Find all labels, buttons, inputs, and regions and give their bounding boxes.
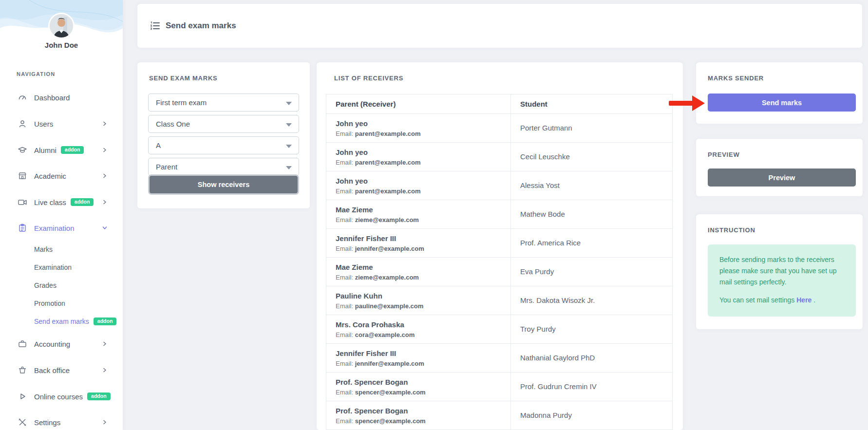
preview-button[interactable]: Preview <box>708 168 856 187</box>
exam-select[interactable]: First term exam <box>148 93 299 112</box>
student-name: Alessia Yost <box>520 181 560 189</box>
table-row: Prof. Spencer Bogan Email: spencer@examp… <box>326 373 673 401</box>
table-row: Mae Zieme Email: zieme@example.com Mathe… <box>326 200 673 229</box>
users-icon <box>18 119 27 129</box>
parent-email: Email: spencer@example.com <box>336 417 510 425</box>
sidebar-subitem-marks[interactable]: Marks <box>34 243 53 255</box>
parent-name: Mae Zieme <box>336 263 510 271</box>
student-name: Cecil Leuschke <box>520 152 570 161</box>
video-camera-icon <box>18 197 27 207</box>
parent-email: Email: cora@example.com <box>336 331 510 338</box>
section-select[interactable]: A <box>148 136 299 154</box>
tools-icon <box>18 417 27 427</box>
sidebar-item-label: Online courses <box>34 393 83 401</box>
table-header-row: Parent (Receiver) Student <box>326 94 673 114</box>
sidebar-item-alumni[interactable]: Alumni addon <box>0 143 123 157</box>
sidebar-item-label: Accounting <box>34 340 70 348</box>
section-select-value: A <box>156 141 161 150</box>
ordered-list-icon <box>149 20 161 32</box>
parent-email: Email: zieme@example.com <box>336 216 510 224</box>
sidebar-subitem-label: Promotion <box>34 299 65 307</box>
panel-title: MARKS SENDER <box>708 75 764 82</box>
show-receivers-button[interactable]: Show receivers <box>148 174 299 195</box>
user-name: John Doe <box>0 41 123 49</box>
page: John Doe NAVIGATION Dashboard Users <box>0 0 868 430</box>
school-building-icon <box>18 171 27 181</box>
send-exam-marks-panel: SEND EXAM MARKS First term exam Class On… <box>137 62 310 208</box>
sidebar-subitem-label: Examination <box>34 263 72 271</box>
instruction-box: Before sending marks to the receivers pl… <box>708 244 856 317</box>
caret-down-icon <box>286 102 292 105</box>
parent-name: John yeo <box>336 177 510 185</box>
student-name: Nathanial Gaylord PhD <box>520 354 595 362</box>
page-title: Send exam marks <box>166 21 236 31</box>
sidebar-item-academic[interactable]: Academic <box>0 169 123 183</box>
class-select-value: Class One <box>156 120 190 128</box>
sidebar-item-label: Examination <box>34 224 75 232</box>
table-row: Mae Zieme Email: zieme@example.com Eva P… <box>326 258 673 286</box>
panel-title: PREVIEW <box>708 151 740 158</box>
dashboard-icon <box>18 93 27 102</box>
parent-name: Jennifer Fisher III <box>336 349 510 357</box>
sidebar-item-label: Settings <box>34 418 60 427</box>
graduation-cap-icon <box>18 145 27 155</box>
sidebar-item-online-courses[interactable]: Online courses addon <box>0 390 123 403</box>
student-name: Troy Purdy <box>520 325 556 333</box>
mail-settings-link[interactable]: Here <box>796 296 811 304</box>
sidebar-item-label: Back office <box>34 366 70 374</box>
parent-name: Mrs. Cora Prohaska <box>336 320 510 329</box>
chevron-right-icon <box>101 147 108 153</box>
parent-name: John yeo <box>336 148 510 156</box>
sidebar-item-dashboard[interactable]: Dashboard <box>0 91 123 104</box>
sidebar-subitem-promotion[interactable]: Promotion <box>34 298 65 309</box>
sidebar-item-accounting[interactable]: Accounting <box>0 337 123 351</box>
table-row: Mrs. Cora Prohaska Email: cora@example.c… <box>326 315 673 344</box>
annotation-arrow <box>669 95 707 111</box>
parent-email: Email: pauline@example.com <box>336 302 510 310</box>
play-icon <box>18 392 27 401</box>
chevron-right-icon <box>101 172 108 179</box>
parent-email: Email: parent@example.com <box>336 130 510 137</box>
receiver-type-select[interactable]: Parent <box>148 158 299 176</box>
sidebar-item-label: Dashboard <box>34 93 70 102</box>
parent-name: Jennifer Fisher III <box>336 234 510 243</box>
sidebar-subitem-label: Send exam marks <box>34 318 89 325</box>
table-row: Pauline Kuhn Email: pauline@example.com … <box>326 286 673 315</box>
chevron-right-icon <box>101 199 108 206</box>
student-name: Madonna Purdy <box>520 411 572 419</box>
send-marks-button[interactable]: Send marks <box>708 93 856 112</box>
column-header-student: Student <box>511 94 673 114</box>
avatar[interactable] <box>50 14 73 37</box>
briefcase-icon <box>18 339 27 349</box>
receivers-table: Parent (Receiver) Student John yeo Email… <box>326 94 673 430</box>
table-row: Jennifer Fisher III Email: jennifer@exam… <box>326 229 673 258</box>
chevron-right-icon <box>101 120 108 127</box>
exam-select-value: First term exam <box>156 98 207 107</box>
sidebar-item-examination[interactable]: Examination <box>0 221 123 235</box>
sidebar-item-settings[interactable]: Settings <box>0 415 123 429</box>
page-header: Send exam marks <box>137 4 862 48</box>
addon-badge: addon <box>94 318 117 326</box>
parent-email: Email: jennifer@example.com <box>336 245 510 252</box>
caret-down-icon <box>286 145 292 148</box>
parent-email: Email: parent@example.com <box>336 159 510 166</box>
preview-panel: PREVIEW Preview <box>696 139 863 196</box>
column-header-parent: Parent (Receiver) <box>326 94 511 114</box>
parent-email: Email: jennifer@example.com <box>336 360 510 367</box>
sidebar: John Doe NAVIGATION Dashboard Users <box>0 0 123 430</box>
parent-name: Mae Zieme <box>336 206 510 214</box>
chevron-right-icon <box>101 419 108 426</box>
sidebar-subitem-send-exam-marks[interactable]: Send exam marks addon <box>34 316 116 327</box>
sidebar-subitem-grades[interactable]: Grades <box>34 280 57 291</box>
class-select[interactable]: Class One <box>148 115 299 133</box>
panel-title: LIST OF RECEIVERS <box>334 75 403 82</box>
basket-icon <box>18 365 27 375</box>
sidebar-item-back-office[interactable]: Back office <box>0 363 123 377</box>
sidebar-item-label: Academic <box>34 172 66 180</box>
sidebar-item-live-class[interactable]: Live class addon <box>0 195 123 209</box>
chevron-right-icon <box>101 340 108 347</box>
sidebar-item-users[interactable]: Users <box>0 117 123 131</box>
table-row: John yeo Email: parent@example.com Aless… <box>326 171 673 200</box>
sidebar-subitem-examination[interactable]: Examination <box>34 262 72 273</box>
table-row: Jennifer Fisher III Email: jennifer@exam… <box>326 344 673 373</box>
